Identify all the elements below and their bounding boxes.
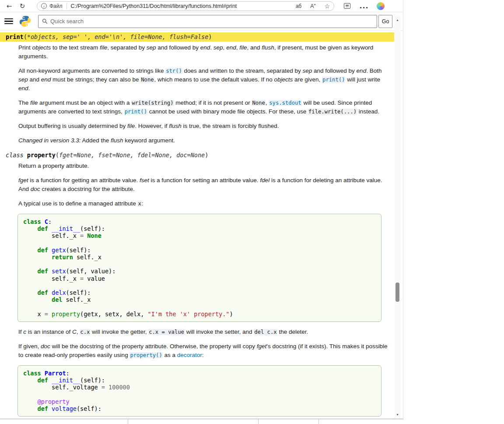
code-token: self._x [23,275,80,282]
text-segment: Added the [81,137,111,144]
scrollbar-thumb[interactable] [396,283,399,302]
read-aloud-icon[interactable]: A″ [310,3,315,9]
code-link[interactable]: print() [322,77,345,83]
code-token [48,289,52,296]
code-token: class [23,218,41,225]
print-signature: print(*objects, sep=' ', end='\n', file=… [0,32,394,42]
code-token: del [52,296,62,303]
text-segment: is a function for getting an attribute v… [28,177,140,184]
code-token: : [48,218,52,225]
search-icon [42,18,48,24]
search-go-button[interactable]: Go [378,15,392,28]
link[interactable]: decorator [177,352,202,358]
italic-text: fget [257,343,267,350]
code-line [23,303,376,310]
refresh-button[interactable]: ↻ [16,1,29,11]
code-example-property-class: class C: def __init__(self): self._x = N… [18,214,382,322]
paragraph: If given, doc will be the docstring of t… [18,342,388,360]
doc-nav-bar: Go [0,12,403,31]
text-segment: A typical use is to define a managed att… [18,200,137,207]
address-url[interactable]: C:/Program%20Files/Python311/Doc/html/li… [71,3,287,9]
vertical-scrollbar[interactable]: ▲ ▼ [394,16,401,419]
text-segment: to the text stream [51,44,100,51]
paren: ) [208,33,212,40]
italic-text: Changed in version 3.3: [18,137,81,144]
code-token: __init__ [52,377,80,384]
code-token: "I'm the 'x' property." [148,311,230,318]
parameters: fget=None, fset=None, fdel=None, doc=Non… [59,152,205,159]
text-segment: If [18,329,23,335]
collections-icon[interactable] [344,3,350,9]
code-token: (self): [66,289,91,296]
code-link[interactable]: print() [124,109,147,115]
italic-text: fdel [260,177,270,184]
text-segment: must be strings; they can also be [51,76,140,83]
code-token: self._x [23,232,80,239]
code-token: self._x [62,296,91,303]
code-token: x [23,311,45,318]
code-token: def [38,225,48,232]
code-token: __init__ [52,225,80,232]
code-line: self._x = None [23,232,376,239]
code-token: (self): [80,225,105,232]
python-logo[interactable] [19,15,31,27]
code-token: self._voltage [23,384,102,391]
text-segment: are given, [293,76,322,83]
text-segment: is true, the stream is forcibly flushed. [182,123,279,129]
code-token: voltage [52,405,77,412]
code-link[interactable]: property() [130,352,162,358]
code-token [23,254,52,261]
bottom-divider [128,419,128,424]
code-line: x = property(getx, setx, delx, "I'm the … [23,311,376,318]
search-input[interactable] [50,18,373,25]
text-segment: creates a docstring for the attribute. [40,186,135,192]
italic-text: doc [31,186,40,192]
address-bar[interactable]: i Файл C:/Program%20Files/Python311/Doc/… [37,1,334,11]
class-name: property [27,152,56,159]
code-line [23,261,376,268]
translate-icon[interactable]: аб [296,3,302,9]
search-box[interactable] [38,15,377,28]
browser-window: ← ↻ i Файл C:/Program%20Files/Python311/… [0,0,403,424]
code-link[interactable]: sys.stdout [269,100,301,106]
code-line: class C: [23,218,376,225]
code-token [48,405,52,412]
scroll-up-arrow[interactable]: ▲ [394,17,401,23]
code-line: def voltage(self): [23,405,376,412]
code-token: property [52,311,80,318]
code-token [23,296,52,303]
menu-icon[interactable] [4,18,13,25]
bottom-divider [258,419,259,424]
screen: ← ↻ i Файл C:/Program%20Files/Python311/… [0,0,504,424]
bottom-divider [318,419,319,424]
code-link[interactable]: str() [165,68,182,74]
code-token: def [38,405,48,412]
page-info-icon[interactable]: i [41,3,47,9]
text-segment: is a function for setting an attribute v… [149,177,260,184]
code-token [23,377,38,384]
italic-text: end [357,67,367,74]
italic-text: flush [111,137,123,144]
inline-code: None [140,77,154,83]
print-entry: print(*objects, sep=' ', end='\n', file=… [0,32,394,145]
code-token: (self): [77,405,102,412]
text-segment: and followed by [156,44,200,51]
text-segment: will be the docstring of the property at… [50,343,257,350]
code-token: getx [52,247,66,254]
scroll-down-arrow[interactable]: ▼ [394,411,401,418]
text-segment: as a [163,352,177,358]
text-segment: cannot be used with binary mode file obj… [147,108,308,115]
code-token [48,377,52,384]
inline-code: write(string) [131,100,174,106]
property-description: Return a property attribute. fget is a f… [18,162,388,417]
code-token: delx [52,289,66,296]
print-description: Print objects to the text stream file, s… [18,43,388,145]
italic-text: file [100,44,107,51]
copilot-icon[interactable] [377,2,385,10]
paragraph: fget is a function for getting an attrib… [18,176,388,194]
favorites-star-icon[interactable]: ☆ [324,3,330,10]
code-token: C [45,218,48,225]
italic-text: sep [303,67,312,74]
more-options-button[interactable]: ... [357,1,371,11]
back-button[interactable]: ← [3,1,16,11]
